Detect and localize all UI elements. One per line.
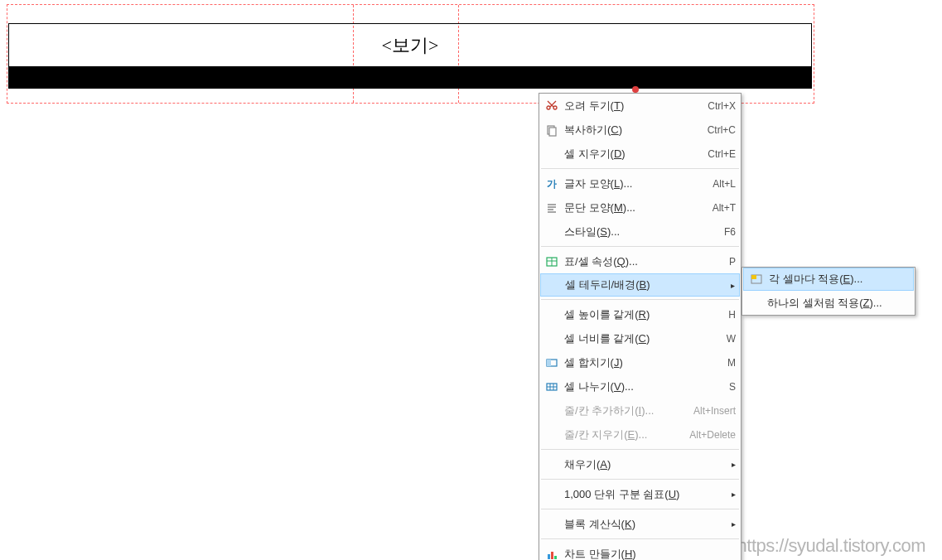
submenu-arrow-icon: ▸ (732, 519, 736, 529)
menu-shortcut: H (694, 309, 736, 321)
context-menu-item-8[interactable]: 표/셀 속성(Q)...P (539, 249, 741, 273)
table-cell[interactable] (458, 67, 811, 89)
menu-label: 차트 만들기(H) (564, 547, 736, 561)
menu-label: 문단 모양(M)... (564, 200, 688, 215)
menu-icon-placeholder (543, 426, 561, 444)
split-cells-icon (543, 378, 561, 396)
menu-shortcut: Ctrl+E (694, 148, 736, 160)
menu-icon-placeholder (746, 294, 764, 312)
menu-label: 셀 합치기(J) (564, 355, 688, 370)
menu-separator (541, 168, 739, 169)
menu-label: 셀 나누기(V)... (564, 379, 688, 394)
submenu-item-0[interactable]: 각 셀마다 적용(E)... (743, 268, 914, 291)
menu-shortcut: Alt+T (694, 202, 736, 214)
menu-label: 하나의 셀처럼 적용(Z)... (767, 296, 910, 311)
context-menu-item-0[interactable]: 오려 두기(T)Ctrl+X (539, 94, 741, 118)
menu-shortcut: Alt+Delete (689, 429, 736, 441)
table-header-cell[interactable]: <보기> (9, 24, 812, 67)
menu-label: 글자 모양(L)... (564, 176, 688, 191)
context-menu-item-22[interactable]: 블록 계산식(K)▸ (539, 512, 741, 536)
svg-text:가: 가 (547, 178, 557, 190)
menu-shortcut: Alt+Insert (693, 405, 736, 417)
context-menu-item-20[interactable]: 1,000 단위 구분 쉼표(U)▸ (539, 482, 741, 506)
context-menu-item-13[interactable]: 셀 합치기(J)M (539, 350, 741, 374)
chart-icon (543, 545, 561, 561)
context-menu-item-15: 줄/칸 추가하기(I)...Alt+Insert (539, 398, 741, 422)
watermark-url: https://syudal.tistory.com (737, 535, 925, 557)
svg-rect-9 (554, 556, 557, 559)
menu-label: 블록 계산식(K) (564, 517, 728, 532)
menu-icon-placeholder (543, 306, 561, 324)
menu-icon-placeholder (543, 485, 561, 504)
merge-cells-icon (543, 354, 561, 372)
context-menu-item-9[interactable]: 셀 테두리/배경(B)▸ (540, 273, 740, 297)
menu-separator (541, 509, 739, 509)
menu-label: 셀 테두리/배경(B) (565, 278, 727, 292)
menu-icon-placeholder (543, 223, 561, 241)
menu-separator (541, 479, 739, 480)
submenu-cell-border: 각 셀마다 적용(E)...하나의 셀처럼 적용(Z)... (742, 267, 915, 316)
submenu-arrow-icon: ▸ (732, 460, 736, 469)
context-menu-item-24[interactable]: 차트 만들기(H) (539, 542, 741, 560)
menu-label: 표/셀 속성(Q)... (564, 254, 688, 269)
menu-icon-placeholder (543, 330, 561, 348)
table-icon (543, 253, 561, 271)
document-table[interactable]: <보기> (8, 23, 812, 89)
menu-shortcut: P (694, 256, 736, 268)
svg-rect-11 (751, 275, 756, 279)
context-menu-item-12[interactable]: 셀 너비를 같게(C)W (539, 326, 741, 350)
svg-rect-8 (551, 552, 553, 559)
menu-label: 줄/칸 지우기(E)... (564, 427, 683, 442)
menu-icon-placeholder (543, 456, 561, 474)
cell-apply-icon (747, 270, 766, 288)
submenu-arrow-icon: ▸ (731, 281, 735, 290)
context-menu-item-2[interactable]: 셀 지우기(D)Ctrl+E (539, 142, 741, 166)
selected-row[interactable] (9, 67, 812, 89)
menu-icon-placeholder (543, 276, 562, 294)
table-cell[interactable] (9, 67, 355, 89)
menu-label: 채우기(A) (564, 457, 728, 472)
menu-separator (541, 449, 739, 450)
menu-separator (541, 538, 739, 539)
menu-shortcut: M (694, 357, 736, 369)
menu-separator (541, 299, 739, 300)
menu-label: 오려 두기(T) (564, 99, 688, 113)
paragraph-icon (543, 199, 561, 217)
menu-icon-placeholder (543, 515, 561, 533)
context-menu-item-1[interactable]: 복사하기(C)Ctrl+C (539, 118, 741, 142)
context-menu-item-16: 줄/칸 지우기(E)...Alt+Delete (539, 422, 741, 447)
context-menu-item-4[interactable]: 가글자 모양(L)...Alt+L (539, 171, 741, 196)
context-menu-item-18[interactable]: 채우기(A)▸ (539, 452, 741, 476)
menu-label: 셀 지우기(D) (564, 147, 688, 162)
menu-label: 스타일(S)... (564, 224, 688, 239)
menu-label: 줄/칸 추가하기(I)... (564, 403, 687, 418)
svg-rect-5 (547, 360, 551, 366)
submenu-item-1[interactable]: 하나의 셀처럼 적용(Z)... (742, 291, 915, 315)
svg-rect-7 (548, 554, 550, 559)
menu-label: 셀 너비를 같게(C) (564, 331, 688, 346)
menu-icon-placeholder (543, 145, 561, 163)
context-menu-item-5[interactable]: 문단 모양(M)...Alt+T (539, 196, 741, 220)
font-icon: 가 (543, 175, 561, 193)
menu-label: 셀 높이를 같게(R) (564, 307, 688, 322)
menu-shortcut: Ctrl+C (694, 124, 736, 136)
context-menu-item-6[interactable]: 스타일(S)...F6 (539, 220, 741, 244)
svg-rect-1 (549, 128, 556, 136)
menu-shortcut: F6 (694, 226, 736, 238)
context-menu: 오려 두기(T)Ctrl+X복사하기(C)Ctrl+C셀 지우기(D)Ctrl+… (539, 93, 742, 560)
menu-label: 각 셀마다 적용(E)... (769, 272, 909, 287)
menu-shortcut: Ctrl+X (694, 100, 736, 112)
menu-label: 복사하기(C) (564, 123, 688, 138)
menu-separator (541, 246, 739, 247)
menu-shortcut: S (694, 381, 736, 393)
table-cell[interactable] (354, 67, 458, 89)
context-menu-item-11[interactable]: 셀 높이를 같게(R)H (539, 302, 741, 326)
cut-icon (543, 97, 561, 115)
submenu-arrow-icon: ▸ (732, 490, 736, 499)
table-header-label: <보기> (382, 35, 439, 56)
document-table-area: <보기> (8, 23, 812, 89)
copy-icon (543, 121, 561, 139)
context-menu-item-14[interactable]: 셀 나누기(V)...S (539, 374, 741, 398)
cursor-indicator (632, 86, 639, 93)
menu-icon-placeholder (543, 402, 561, 420)
